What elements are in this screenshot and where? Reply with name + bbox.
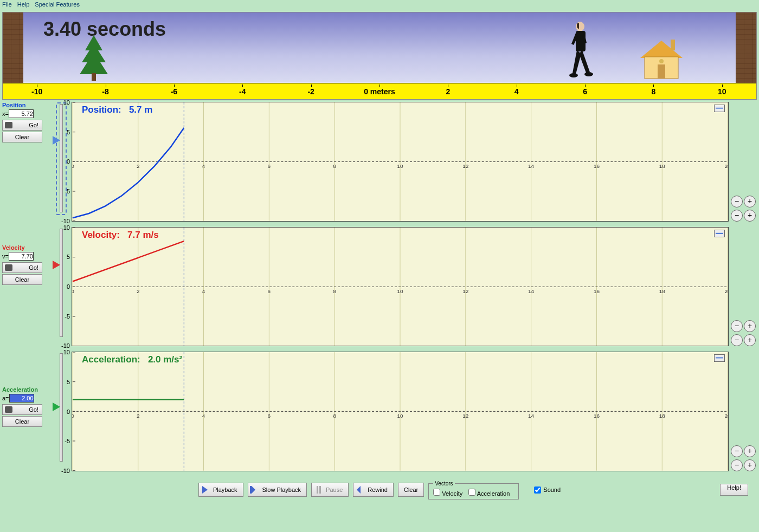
- svg-text:14: 14: [528, 163, 535, 169]
- y-tick-label: -5: [65, 188, 70, 194]
- acceleration-var-label: a=: [2, 395, 9, 401]
- velocity-zoom-y-in-button[interactable]: +: [744, 320, 756, 332]
- y-tick-label: 0: [67, 283, 70, 290]
- svg-text:0: 0: [72, 288, 74, 294]
- rewind-button[interactable]: Rewind: [353, 483, 394, 497]
- svg-point-3: [569, 73, 578, 77]
- svg-text:2: 2: [137, 288, 140, 294]
- position-zoom-controls: −+ −+: [731, 102, 757, 222]
- simulation-scene: 3.40 seconds -10-8-6-4-20 meters246810: [2, 12, 757, 100]
- acceleration-go-button[interactable]: Go!: [2, 404, 42, 415]
- velocity-input[interactable]: [9, 252, 34, 261]
- svg-rect-6: [658, 64, 665, 79]
- menubar: File Help Special Features: [0, 0, 759, 10]
- acceleration-zoom-x-out-button[interactable]: −: [731, 459, 743, 471]
- velocity-zoom-y-out-button[interactable]: −: [731, 320, 743, 332]
- sound-label: Sound: [543, 486, 561, 493]
- svg-text:4: 4: [202, 288, 205, 294]
- y-tick-label: 0: [67, 408, 70, 415]
- position-var-label: x=: [2, 111, 9, 117]
- svg-text:14: 14: [528, 288, 535, 294]
- walking-man-icon[interactable]: [569, 21, 593, 83]
- acceleration-zoom-y-out-button[interactable]: −: [731, 445, 743, 457]
- y-tick-label: -10: [61, 218, 70, 224]
- svg-text:6: 6: [268, 163, 271, 169]
- position-input[interactable]: [9, 109, 34, 118]
- position-chart[interactable]: Position: 5.7 m — 1050-5-10 024681012141…: [72, 102, 729, 222]
- playback-button[interactable]: Playback: [198, 483, 243, 497]
- acceleration-zoom-x-in-button[interactable]: +: [744, 459, 756, 471]
- y-tick-label: -5: [65, 313, 70, 320]
- svg-text:2: 2: [137, 413, 140, 419]
- position-zoom-x-in-button[interactable]: +: [744, 210, 756, 222]
- help-button[interactable]: Help!: [720, 484, 748, 496]
- sound-option[interactable]: Sound: [534, 486, 561, 494]
- acceleration-chart-value: 2.0 m/s²: [148, 354, 182, 365]
- ruler-tick: -4: [208, 87, 276, 96]
- svg-text:6: 6: [268, 288, 271, 294]
- bottombar: Playback Slow Playback Pause Rewind Clea…: [0, 473, 759, 506]
- ruler-tick: 4: [483, 87, 551, 96]
- velocity-chart-value: 7.7 m/s: [127, 230, 159, 240]
- y-tick-label: -5: [65, 438, 70, 444]
- y-tick-label: 10: [63, 349, 70, 355]
- velocity-chart-label: Velocity:: [82, 230, 120, 240]
- y-tick-label: 10: [63, 99, 70, 106]
- acceleration-chart[interactable]: Acceleration: 2.0 m/s² — 1050-5-10 02468…: [72, 352, 729, 471]
- svg-text:10: 10: [397, 413, 403, 419]
- y-tick-label: 10: [63, 224, 70, 231]
- svg-text:0: 0: [72, 413, 74, 419]
- sidebar-velocity-group: Velocity v= Go! Clear: [2, 244, 51, 343]
- position-clear-button[interactable]: Clear: [2, 132, 42, 142]
- y-tick-label: 5: [67, 129, 70, 135]
- svg-text:14: 14: [528, 413, 535, 419]
- pause-button[interactable]: Pause: [311, 483, 349, 497]
- velocity-zoom-x-in-button[interactable]: +: [744, 334, 756, 346]
- clear-button[interactable]: Clear: [398, 483, 424, 497]
- velocity-chart[interactable]: Velocity: 7.7 m/s — 1050-5-10 0246810121…: [72, 227, 729, 347]
- acceleration-vector-label[interactable]: Acceleration: [468, 490, 510, 497]
- position-zoom-y-out-button[interactable]: −: [731, 196, 743, 207]
- acceleration-chart-label: Acceleration:: [82, 354, 140, 365]
- svg-text:20: 20: [725, 163, 728, 169]
- acceleration-input[interactable]: [9, 394, 34, 403]
- acceleration-vector-checkbox[interactable]: [468, 489, 475, 496]
- svg-point-8: [659, 59, 664, 63]
- svg-text:8: 8: [333, 288, 336, 294]
- velocity-vector-label[interactable]: Velocity: [433, 490, 462, 497]
- sound-checkbox[interactable]: [534, 486, 541, 494]
- svg-text:12: 12: [462, 163, 469, 169]
- position-go-button[interactable]: Go!: [2, 120, 42, 131]
- svg-text:4: 4: [202, 163, 205, 169]
- ruler-tick: -10: [3, 87, 71, 96]
- ruler-tick: -8: [71, 87, 139, 96]
- svg-text:8: 8: [333, 413, 336, 419]
- svg-text:20: 20: [725, 288, 728, 294]
- velocity-var-label: v=: [2, 253, 9, 259]
- acceleration-zoom-controls: −+ −+: [731, 352, 757, 471]
- acceleration-zoom-y-in-button[interactable]: +: [744, 445, 756, 457]
- velocity-zoom-x-out-button[interactable]: −: [731, 334, 743, 346]
- ruler-tick: 2: [414, 87, 482, 96]
- velocity-go-button[interactable]: Go!: [2, 262, 42, 273]
- velocity-clear-button[interactable]: Clear: [2, 274, 42, 285]
- svg-text:18: 18: [659, 163, 666, 169]
- position-zoom-y-in-button[interactable]: +: [744, 196, 756, 207]
- charts-area: Position: 5.7 m — 1050-5-10 024681012141…: [72, 102, 757, 471]
- menu-file[interactable]: File: [2, 1, 12, 9]
- svg-text:12: 12: [462, 288, 469, 294]
- ruler-tick: 8: [619, 87, 687, 96]
- slow-playback-button[interactable]: Slow Playback: [248, 483, 307, 497]
- position-zoom-x-out-button[interactable]: −: [731, 210, 743, 222]
- ruler-tick: -6: [140, 87, 208, 96]
- ruler-tick: -2: [276, 87, 345, 96]
- menu-help[interactable]: Help: [17, 1, 30, 9]
- svg-text:2: 2: [137, 163, 140, 169]
- acceleration-clear-button[interactable]: Clear: [2, 416, 42, 427]
- velocity-vector-checkbox[interactable]: [433, 489, 440, 496]
- svg-text:20: 20: [725, 413, 728, 419]
- svg-rect-7: [671, 40, 675, 50]
- svg-rect-0: [92, 73, 96, 81]
- menu-special[interactable]: Special Features: [35, 1, 80, 9]
- y-tick-label: -10: [61, 342, 70, 349]
